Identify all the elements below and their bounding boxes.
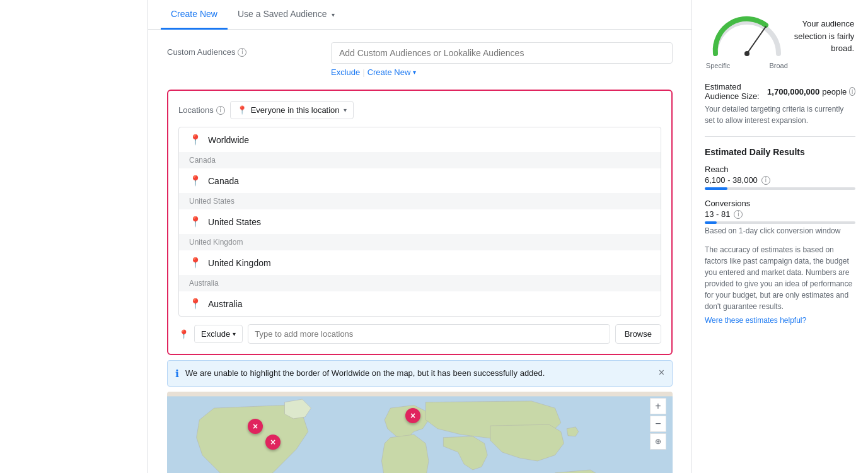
us-pin-icon: 📍 — [189, 216, 202, 228]
custom-audiences-info-icon[interactable]: i — [238, 48, 246, 57]
custom-audiences-row: Custom Audiences i Exclude | Create New … — [167, 42, 673, 77]
uk-section-header: United Kingdom — [179, 234, 661, 250]
reach-bar-fill — [705, 187, 727, 190]
pin-icon: 📍 — [237, 105, 247, 115]
australia-pin-icon: 📍 — [189, 298, 202, 310]
helpful-link[interactable]: Were these estimates helpful? — [705, 316, 855, 325]
location-dropdown[interactable]: 📍 Everyone in this location ▾ — [230, 101, 354, 119]
zoom-out-button[interactable]: − — [650, 416, 666, 432]
browse-button[interactable]: Browse — [615, 324, 661, 344]
list-item[interactable]: 📍 United States — [179, 209, 661, 234]
audience-size-info-icon[interactable]: i — [849, 87, 855, 96]
audience-size-section: Estimated Audience Size: 1,700,000,000 p… — [705, 82, 855, 126]
divider — [705, 136, 855, 137]
audience-meter: Specific Broad Your audienceselection is… — [705, 13, 855, 69]
reach-metric: Reach 6,100 - 38,000 i — [705, 165, 855, 190]
exclude-pin-icon: 📍 — [178, 329, 189, 339]
custom-audiences-label: Custom Audiences — [167, 47, 235, 57]
location-header: Locations i 📍 Everyone in this location … — [178, 101, 661, 119]
conversions-bar-fill — [705, 221, 717, 224]
list-item[interactable]: 📍 Australia — [179, 291, 661, 316]
reach-bar — [705, 187, 855, 190]
conversions-info-icon[interactable]: i — [734, 210, 743, 219]
location-search-input[interactable] — [248, 324, 610, 344]
reach-info-icon[interactable]: i — [761, 176, 770, 185]
right-panel: Specific Broad Your audienceselection is… — [692, 0, 868, 473]
dropdown-arrow-icon: ▾ — [344, 107, 347, 114]
svg-line-1 — [747, 26, 766, 54]
create-new-button[interactable]: Create New — [367, 67, 411, 77]
location-footer: 📍 Exclude ▾ Browse — [178, 324, 661, 344]
notification-info-icon: ℹ — [175, 368, 179, 380]
uk-map-pin[interactable]: × — [405, 408, 420, 423]
map-settings-button[interactable]: ⊕ — [650, 433, 666, 450]
worldwide-pin-icon: 📍 — [189, 134, 202, 146]
tab-use-saved[interactable]: Use a Saved Audience ▾ — [228, 0, 345, 30]
map-svg — [167, 392, 673, 473]
zoom-in-button[interactable]: + — [650, 398, 666, 414]
canada-map-pin[interactable]: × — [248, 419, 263, 434]
canada-section-header: Canada — [179, 152, 661, 168]
locations-row: Locations i 📍 Everyone in this location … — [167, 87, 673, 473]
map-controls: + − ⊕ — [650, 398, 666, 450]
notification-close-button[interactable]: × — [659, 367, 664, 378]
location-list: 📍 Worldwide Canada 📍 Canada United State… — [178, 127, 661, 317]
canada-pin-icon: 📍 — [189, 175, 202, 187]
custom-audiences-input[interactable] — [331, 42, 673, 64]
exclude-arrow-icon: ▾ — [233, 330, 236, 337]
notification-banner: ℹ We are unable to highlight the border … — [167, 360, 673, 387]
map-container: × × × ● — [167, 392, 673, 473]
exclude-location-button[interactable]: Exclude ▾ — [194, 325, 243, 343]
australia-section-header: Australia — [179, 275, 661, 291]
create-new-chevron: ▾ — [413, 69, 416, 76]
uk-pin-icon: 📍 — [189, 257, 202, 269]
list-item[interactable]: 📍 Canada — [179, 168, 661, 193]
us-section-header: United States — [179, 193, 661, 209]
list-item[interactable]: 📍 United Kingdom — [179, 250, 661, 275]
location-box: Locations i 📍 Everyone in this location … — [167, 90, 673, 355]
usa-map-pin[interactable]: × — [265, 435, 281, 450]
exclude-button[interactable]: Exclude — [331, 67, 360, 77]
daily-results: Estimated Daily Results Reach 6,100 - 38… — [705, 147, 855, 325]
tab-bar: Create New Use a Saved Audience ▾ — [148, 0, 692, 30]
list-item[interactable]: 📍 Worldwide — [179, 127, 661, 152]
conversions-bar — [705, 221, 855, 224]
audience-gauge — [706, 13, 788, 60]
conversions-metric: Conversions 13 - 81 i Based on 1-day cli… — [705, 199, 855, 235]
tab-create-new[interactable]: Create New — [161, 0, 228, 30]
svg-point-2 — [744, 51, 749, 56]
locations-info-icon[interactable]: i — [216, 106, 225, 115]
